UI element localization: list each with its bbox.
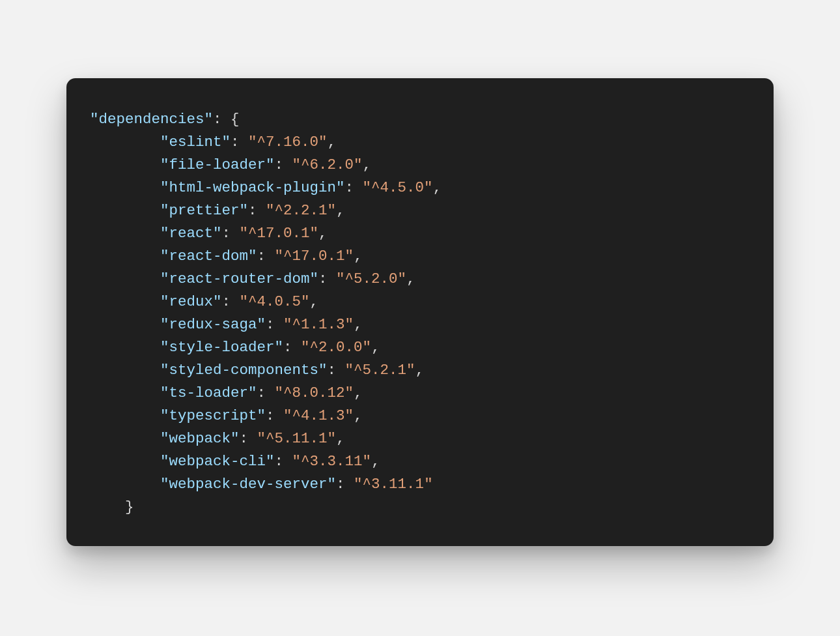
- json-string: "^6.2.0": [292, 156, 363, 173]
- colon: :: [266, 407, 275, 424]
- json-string: "^4.0.5": [240, 293, 310, 310]
- colon: :: [248, 202, 257, 219]
- json-key: "react-router-dom": [160, 270, 318, 287]
- json-string: "^17.0.1": [240, 225, 319, 242]
- json-string: "^7.16.0": [248, 134, 328, 151]
- json-key: "redux-saga": [160, 316, 266, 333]
- json-string: "^8.0.12": [275, 384, 354, 401]
- json-string: "^5.2.0": [336, 270, 406, 287]
- colon: :: [222, 293, 231, 310]
- json-string: "^3.11.1": [354, 476, 433, 493]
- colon: :: [257, 248, 266, 265]
- comma: ,: [328, 134, 337, 151]
- json-key: "style-loader": [160, 339, 283, 356]
- json-string: "^17.0.1": [275, 248, 354, 265]
- json-string: "^4.1.3": [283, 407, 354, 424]
- close-brace: }: [125, 499, 134, 515]
- colon: :: [336, 476, 345, 493]
- json-key: "eslint": [160, 134, 231, 151]
- open-brace: {: [231, 111, 240, 128]
- json-key: "prettier": [160, 202, 248, 219]
- comma: ,: [318, 225, 328, 242]
- json-string: "^1.1.3": [283, 316, 354, 333]
- json-key: "file-loader": [160, 156, 275, 173]
- json-key: "redux": [160, 293, 222, 310]
- json-key: "webpack-dev-server": [160, 476, 336, 493]
- json-key: "webpack": [160, 430, 240, 447]
- json-key: "react": [160, 225, 222, 242]
- comma: ,: [310, 293, 319, 310]
- json-key-dependencies: "dependencies": [90, 111, 213, 128]
- code-block[interactable]: "dependencies": { "eslint": "^7.16.0", "…: [90, 108, 750, 519]
- colon: :: [222, 225, 231, 242]
- comma: ,: [336, 202, 345, 219]
- json-key: "html-webpack-plugin": [160, 179, 345, 196]
- comma: ,: [354, 384, 363, 401]
- json-string: "^5.2.1": [345, 362, 415, 379]
- colon: :: [275, 156, 284, 173]
- json-string: "^5.11.1": [257, 430, 337, 447]
- json-string: "^3.3.11": [292, 453, 372, 470]
- comma: ,: [354, 407, 363, 424]
- json-string: "^2.0.0": [301, 339, 371, 356]
- colon: :: [283, 339, 292, 356]
- code-card: "dependencies": { "eslint": "^7.16.0", "…: [66, 78, 774, 546]
- comma: ,: [433, 179, 442, 196]
- json-key: "ts-loader": [160, 384, 257, 401]
- comma: ,: [415, 362, 425, 379]
- json-key: "react-dom": [160, 248, 257, 265]
- colon: :: [328, 362, 337, 379]
- colon: :: [275, 453, 284, 470]
- comma: ,: [354, 316, 363, 333]
- json-string: "^4.5.0": [363, 179, 433, 196]
- comma: ,: [371, 453, 380, 470]
- comma: ,: [363, 156, 372, 173]
- stage: "dependencies": { "eslint": "^7.16.0", "…: [0, 0, 840, 636]
- json-key: "typescript": [160, 407, 266, 424]
- json-key: "webpack-cli": [160, 453, 275, 470]
- colon: :: [213, 111, 222, 128]
- comma: ,: [336, 430, 345, 447]
- colon: :: [231, 134, 240, 151]
- colon: :: [345, 179, 354, 196]
- colon: :: [318, 270, 328, 287]
- comma: ,: [371, 339, 380, 356]
- json-key: "styled-components": [160, 362, 328, 379]
- json-string: "^2.2.1": [266, 202, 336, 219]
- comma: ,: [354, 248, 363, 265]
- colon: :: [257, 384, 266, 401]
- colon: :: [240, 430, 249, 447]
- colon: :: [266, 316, 275, 333]
- comma: ,: [406, 270, 415, 287]
